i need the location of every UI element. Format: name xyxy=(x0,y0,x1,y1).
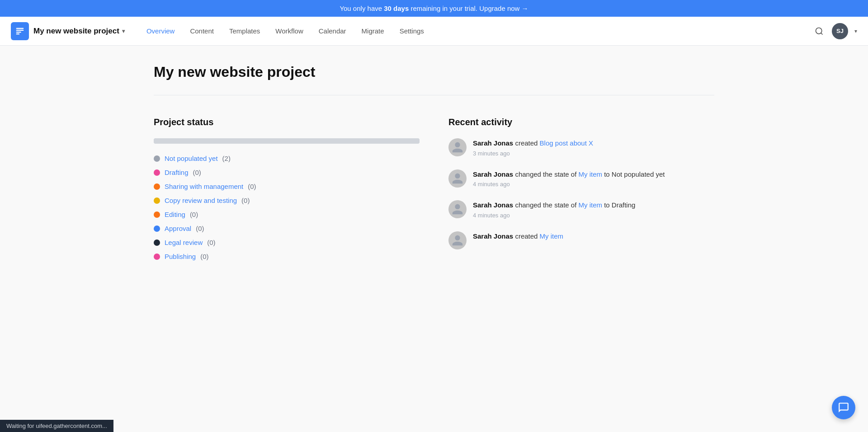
svg-rect-2 xyxy=(16,31,21,32)
activity-link[interactable]: Blog post about X xyxy=(540,139,593,147)
avatar-dropdown-arrow[interactable]: ▾ xyxy=(854,28,857,34)
nav-item-settings[interactable]: Settings xyxy=(392,23,431,38)
status-dot xyxy=(154,211,160,218)
logo-icon xyxy=(11,22,29,40)
status-dot xyxy=(154,254,160,260)
main-nav: Overview Content Templates Workflow Cale… xyxy=(139,23,812,38)
activity-item: Sarah Jonas changed the state of My item… xyxy=(448,169,714,188)
activity-time: 3 minutes ago xyxy=(473,150,593,157)
logo-svg xyxy=(15,26,25,36)
activity-text: Sarah Jonas changed the state of My item… xyxy=(473,200,635,211)
nav-item-templates[interactable]: Templates xyxy=(222,23,267,38)
status-label[interactable]: Legal review xyxy=(165,239,203,246)
status-item: Not populated yet (2) xyxy=(154,155,420,162)
status-dot xyxy=(154,239,160,246)
activity-text: Sarah Jonas created Blog post about X xyxy=(473,138,593,149)
search-icon xyxy=(815,27,824,36)
activity-person: Sarah Jonas xyxy=(473,139,513,147)
nav-item-calendar[interactable]: Calendar xyxy=(311,23,354,38)
status-dot xyxy=(154,225,160,232)
search-button[interactable] xyxy=(812,24,826,38)
status-item: Editing (0) xyxy=(154,211,420,218)
two-column-layout: Project status Not populated yet (2) Dra… xyxy=(154,117,714,260)
status-count: (0) xyxy=(200,253,208,260)
status-label[interactable]: Not populated yet xyxy=(165,155,218,162)
activity-action: created xyxy=(515,139,539,147)
status-label[interactable]: Publishing xyxy=(165,253,196,260)
status-dot xyxy=(154,169,160,176)
status-item: Drafting (0) xyxy=(154,169,420,176)
person-icon xyxy=(451,234,464,247)
status-count: (0) xyxy=(193,169,201,176)
status-label[interactable]: Editing xyxy=(165,211,185,218)
recent-activity-title: Recent activity xyxy=(448,117,714,127)
activity-avatar xyxy=(448,169,467,188)
trial-banner: You only have 30 days remaining in your … xyxy=(0,0,868,17)
activity-list: Sarah Jonas created Blog post about X 3 … xyxy=(448,138,714,249)
activity-action: changed the state of xyxy=(515,170,578,178)
upgrade-link[interactable]: Upgrade now → xyxy=(479,5,528,12)
nav-item-workflow[interactable]: Workflow xyxy=(268,23,310,38)
activity-link[interactable]: My item xyxy=(540,232,564,240)
user-avatar[interactable]: SJ xyxy=(832,23,848,39)
header: My new website project ▾ Overview Conten… xyxy=(0,17,868,46)
activity-suffix: to Not populated yet xyxy=(604,170,665,178)
nav-item-migrate[interactable]: Migrate xyxy=(354,23,392,38)
status-count: (0) xyxy=(196,225,204,232)
status-dot xyxy=(154,155,160,162)
nav-item-overview[interactable]: Overview xyxy=(139,23,182,38)
activity-content: Sarah Jonas changed the state of My item… xyxy=(473,169,665,188)
status-count: (2) xyxy=(222,155,231,162)
svg-line-5 xyxy=(821,33,823,34)
status-item: Copy review and testing (0) xyxy=(154,197,420,204)
status-item: Legal review (0) xyxy=(154,239,420,246)
status-count: (0) xyxy=(248,183,256,190)
trial-days: 30 days xyxy=(384,5,409,12)
person-icon xyxy=(451,172,464,185)
recent-activity-section: Recent activity Sarah Jonas created Blog… xyxy=(448,117,714,260)
status-list: Not populated yet (2) Drafting (0) Shari… xyxy=(154,155,420,260)
header-actions: SJ ▾ xyxy=(812,23,857,39)
person-icon xyxy=(451,141,464,154)
project-name-header[interactable]: My new website project ▾ xyxy=(33,27,125,36)
activity-person: Sarah Jonas xyxy=(473,201,513,209)
activity-content: Sarah Jonas created My item xyxy=(473,231,563,242)
status-dot xyxy=(154,183,160,190)
svg-point-4 xyxy=(816,28,822,33)
divider xyxy=(154,95,714,95)
activity-text: Sarah Jonas created My item xyxy=(473,231,563,242)
project-status-section: Project status Not populated yet (2) Dra… xyxy=(154,117,420,260)
status-dot xyxy=(154,197,160,204)
trial-text-before: You only have xyxy=(340,5,384,12)
activity-time: 4 minutes ago xyxy=(473,212,635,219)
status-label[interactable]: Copy review and testing xyxy=(165,197,237,204)
status-count: (0) xyxy=(241,197,250,204)
activity-text: Sarah Jonas changed the state of My item… xyxy=(473,169,665,180)
activity-time: 4 minutes ago xyxy=(473,181,665,188)
status-item: Sharing with management (0) xyxy=(154,183,420,190)
nav-item-content[interactable]: Content xyxy=(183,23,221,38)
activity-link[interactable]: My item xyxy=(579,170,603,178)
activity-action: created xyxy=(515,232,539,240)
activity-item: Sarah Jonas created My item xyxy=(448,231,714,249)
activity-suffix: to Drafting xyxy=(604,201,635,209)
status-label[interactable]: Approval xyxy=(165,225,191,232)
status-count: (0) xyxy=(207,239,215,246)
activity-person: Sarah Jonas xyxy=(473,170,513,178)
activity-content: Sarah Jonas created Blog post about X 3 … xyxy=(473,138,593,157)
main-content: My new website project Project status No… xyxy=(118,46,750,278)
svg-rect-3 xyxy=(16,33,19,34)
activity-action: changed the state of xyxy=(515,201,578,209)
project-chevron: ▾ xyxy=(122,28,125,34)
status-label[interactable]: Sharing with management xyxy=(165,183,243,190)
trial-text-after: remaining in your trial. xyxy=(409,5,479,12)
svg-rect-1 xyxy=(16,29,24,30)
project-status-title: Project status xyxy=(154,117,420,127)
activity-content: Sarah Jonas changed the state of My item… xyxy=(473,200,635,219)
status-label[interactable]: Drafting xyxy=(165,169,189,176)
activity-link[interactable]: My item xyxy=(579,201,603,209)
activity-person: Sarah Jonas xyxy=(473,232,513,240)
svg-rect-0 xyxy=(16,28,24,28)
activity-avatar xyxy=(448,200,467,218)
progress-bar-fill xyxy=(154,138,420,144)
